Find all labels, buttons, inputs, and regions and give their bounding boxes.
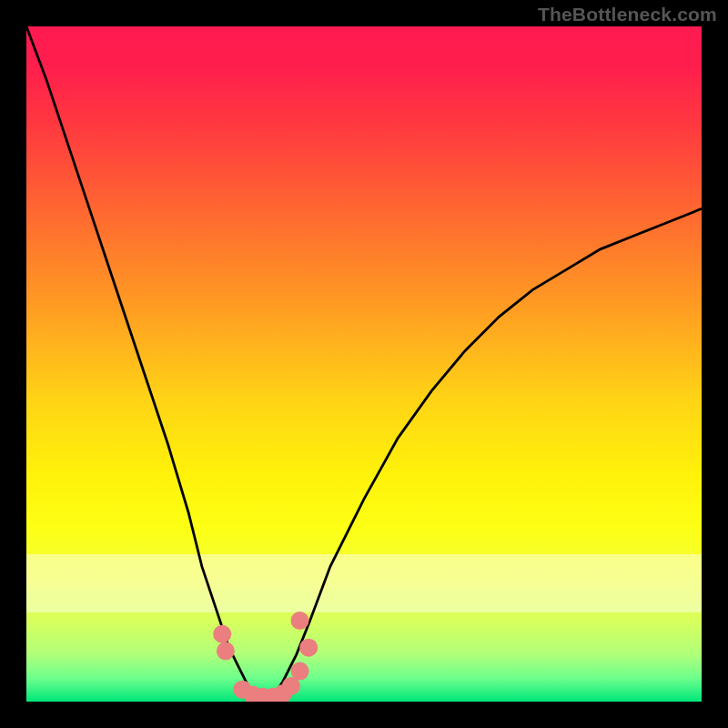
data-marker <box>291 662 309 681</box>
plot-area <box>26 26 702 702</box>
watermark-text: TheBottleneck.com <box>538 4 717 25</box>
left-curve <box>26 26 269 702</box>
data-marker <box>217 642 235 660</box>
right-curve <box>269 208 702 702</box>
chart-frame: TheBottleneck.com <box>0 0 728 728</box>
data-marker <box>291 612 309 630</box>
data-marker <box>299 639 318 657</box>
data-marker <box>213 625 231 643</box>
marker-group <box>213 612 318 702</box>
curves-layer <box>26 26 702 702</box>
